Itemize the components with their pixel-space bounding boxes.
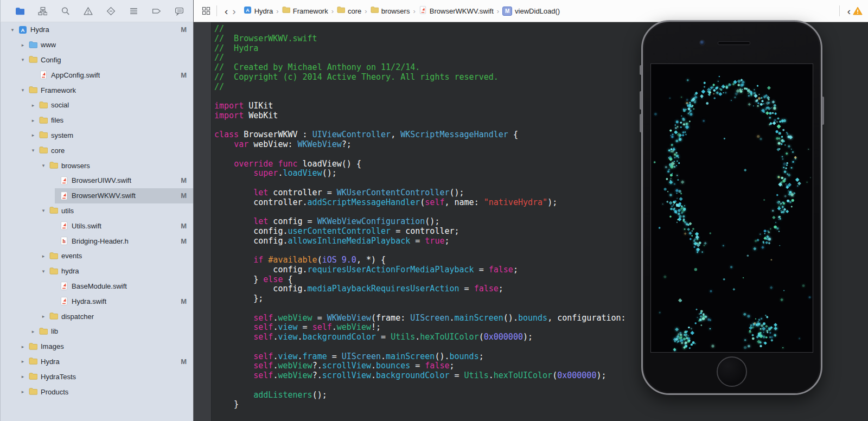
breadcrumb-item-core[interactable]: core [337,6,361,16]
issue-navigator-icon[interactable] [83,6,93,16]
sidebar-item-files[interactable]: ▸files [1,113,193,128]
disclosure-triangle-icon[interactable]: ▾ [29,148,37,153]
debug-navigator-icon[interactable] [129,6,138,16]
breadcrumb-item-browsers[interactable]: browsers [371,6,410,16]
breadcrumb: AHydra›Framework›core›browsers›BrowserWK… [244,6,560,16]
file-label: www [41,41,56,49]
folder-icon [28,372,37,381]
disclosure-triangle-icon[interactable]: ▸ [29,329,37,334]
breakpoint-gutter[interactable] [194,22,212,421]
folder-icon [39,131,48,139]
folder-icon [28,55,37,64]
disclosure-triangle-icon[interactable]: ▾ [9,27,16,33]
folder-icon [337,6,345,16]
file-label: Hydra.swift [72,297,106,305]
disclosure-triangle-icon[interactable]: ▸ [19,359,27,364]
folder-icon [49,161,58,170]
project-navigator-icon[interactable] [15,6,24,16]
volume-down-button [640,114,642,132]
report-navigator-icon[interactable] [174,6,184,16]
sidebar-item-core[interactable]: ▾core [1,143,193,158]
file-label: AppConfig.swift [51,71,100,79]
disclosure-triangle-icon[interactable]: ▾ [40,163,47,168]
file-label: Config [41,56,61,64]
disclosure-triangle-icon[interactable]: ▸ [40,314,47,319]
sidebar-item-hydratests[interactable]: ▸HydraTests [1,369,193,384]
sidebar-item-events[interactable]: ▸events [1,248,193,264]
sidebar-item-images[interactable]: ▸Images [1,339,193,354]
svg-text:A: A [246,8,250,13]
jump-bar-separator [839,5,840,16]
project-navigator-tree: ▾AHydraM▸www▾ConfigAppConfig.swiftM▾Fram… [0,22,193,421]
find-navigator-icon[interactable] [60,6,70,16]
breadcrumb-item-viewdidload-[interactable]: MviewDidLoad() [502,7,560,16]
previous-issue-button[interactable]: ‹ [845,6,853,16]
mute-switch [640,65,642,75]
sidebar-item-config[interactable]: ▾Config [1,53,193,68]
sidebar-item-basemodule-swift[interactable]: BaseModule.swift [1,279,193,294]
symbol-navigator-icon[interactable] [37,6,47,16]
sidebar-item-browseruiwv-swift[interactable]: BrowserUIWV.swiftM [1,173,193,188]
svg-text:h: h [62,238,66,244]
back-button[interactable]: ‹ [222,6,230,16]
xcode-window: { "navigator_toolbar": { "items": [ {"na… [0,0,868,421]
file-label: Hydra [30,25,49,34]
disclosure-triangle-icon[interactable]: ▾ [19,87,27,93]
breadcrumb-separator: › [413,7,415,15]
sidebar-item-browsers[interactable]: ▾browsers [1,158,193,173]
sidebar-item-appconfig-swift[interactable]: AppConfig.swiftM [1,67,193,82]
file-label: BaseModule.swift [72,282,127,290]
sidebar-item-hydra[interactable]: ▾hydra [1,264,193,279]
file-label: Utils.swift [72,222,101,230]
volume-up-button [640,91,642,110]
breadcrumb-item-hydra[interactable]: AHydra [244,6,273,16]
folder-icon [28,387,37,396]
breadcrumb-item-browserwkwv-swift[interactable]: BrowserWKWV.swift [419,6,494,16]
file-label: Images [41,342,64,350]
power-button [822,97,824,125]
breadcrumb-label: viewDidLoad() [515,7,560,15]
sidebar-item-utils[interactable]: ▾utils [1,203,193,219]
disclosure-triangle-icon[interactable]: ▾ [40,208,47,213]
file-label: BrowserUIWV.swift [72,176,131,184]
sidebar-item-hydra[interactable]: ▾AHydraM [1,22,193,37]
folder-icon [49,252,58,260]
disclosure-triangle-icon[interactable]: ▸ [29,118,37,123]
sidebar-item-utils-swift[interactable]: Utils.swiftM [1,218,193,233]
file-label: browsers [61,162,90,170]
disclosure-triangle-icon[interactable]: ▸ [29,103,37,108]
disclosure-triangle-icon[interactable]: ▸ [19,344,27,349]
svg-text:A: A [21,27,24,33]
jump-bar-separator [216,5,217,16]
sidebar-item-products[interactable]: ▸Products [1,384,193,399]
sidebar-item-system[interactable]: ▸system [1,128,193,143]
disclosure-triangle-icon[interactable]: ▸ [19,389,27,394]
disclosure-triangle-icon[interactable]: ▸ [29,132,37,138]
sidebar-item-social[interactable]: ▸social [1,98,193,113]
disclosure-triangle-icon[interactable]: ▸ [19,42,27,48]
disclosure-triangle-icon[interactable]: ▸ [19,374,27,379]
sidebar-item-browserwkwv-swift[interactable]: BrowserWKWV.swiftM [1,188,193,203]
disclosure-triangle-icon[interactable]: ▾ [19,57,27,62]
forward-button[interactable]: › [230,6,238,16]
breadcrumb-item-framework[interactable]: Framework [282,6,328,16]
sidebar-item-hydra[interactable]: ▸HydraM [1,354,193,369]
sidebar-item-www[interactable]: ▸www [1,37,193,53]
particle-visualization-canvas [651,64,813,353]
source-control-status-badge: M [181,294,187,309]
test-navigator-icon[interactable] [106,6,116,16]
breakpoint-navigator-icon[interactable] [151,6,161,16]
warning-icon[interactable] [853,6,863,16]
sidebar-item-hydra-swift[interactable]: Hydra.swiftM [1,294,193,309]
related-items-icon[interactable] [201,6,211,16]
sidebar-item-lib[interactable]: ▸lib [1,324,193,339]
file-label: Hydra [41,358,60,366]
disclosure-triangle-icon[interactable]: ▾ [40,269,47,274]
sidebar-item-dispatcher[interactable]: ▸dispatcher [1,309,193,324]
sidebar-item-framework[interactable]: ▾Framework [1,82,193,98]
folder-icon [39,146,48,155]
source-control-status-badge: M [181,233,187,248]
disclosure-triangle-icon[interactable]: ▸ [40,253,47,259]
file-label: hydra [61,267,79,275]
sidebar-item-bridging-header-h[interactable]: hBridging-Header.hM [1,233,193,248]
